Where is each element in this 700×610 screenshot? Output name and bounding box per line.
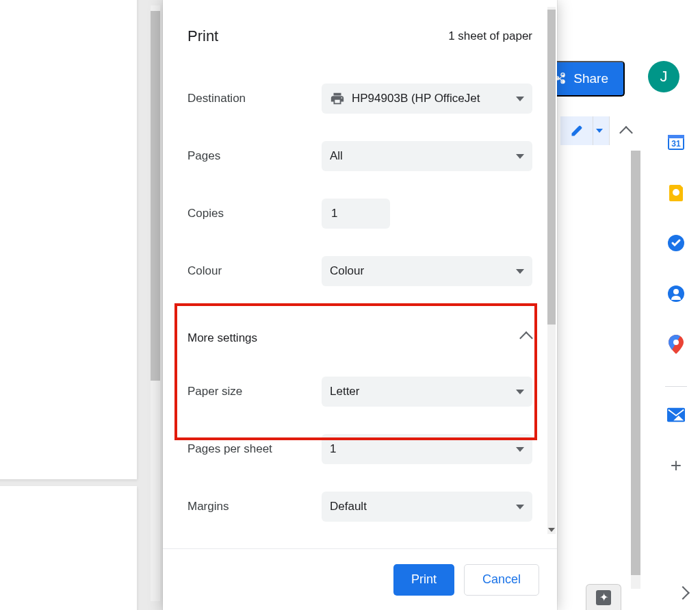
print-button[interactable]: Print bbox=[393, 564, 454, 596]
chevron-up-icon bbox=[519, 331, 533, 345]
pages-select[interactable]: All bbox=[322, 141, 532, 171]
share-label: Share bbox=[573, 71, 608, 86]
explore-icon: ✦ bbox=[596, 590, 611, 605]
maps-icon[interactable] bbox=[667, 335, 685, 353]
side-panel-separator bbox=[665, 386, 687, 387]
avatar[interactable]: J bbox=[648, 61, 679, 92]
print-title: Print bbox=[187, 27, 218, 45]
pages-per-sheet-select[interactable]: 1 bbox=[322, 434, 532, 464]
margins-label: Margins bbox=[187, 500, 311, 513]
sheet-count: 1 sheet of paper bbox=[448, 29, 532, 43]
calendar-icon[interactable]: 31 bbox=[667, 133, 685, 151]
scroll-down-button[interactable] bbox=[547, 526, 556, 534]
preview-page bbox=[0, 0, 137, 479]
pencil-icon bbox=[571, 125, 583, 137]
side-panel: 31 + bbox=[652, 112, 700, 474]
triangle-down-icon bbox=[548, 528, 555, 532]
dropdown-caret-icon bbox=[516, 269, 524, 274]
svg-point-7 bbox=[673, 189, 679, 196]
colour-label: Colour bbox=[187, 264, 311, 278]
mail-addon-icon[interactable] bbox=[667, 406, 685, 424]
collapse-toolbar-button[interactable] bbox=[610, 116, 643, 145]
pages-per-sheet-label: Pages per sheet bbox=[187, 442, 311, 456]
colour-select[interactable]: Colour bbox=[322, 256, 532, 286]
dropdown-caret-icon bbox=[516, 447, 524, 452]
dialog-scrollbar[interactable] bbox=[547, 7, 556, 534]
pages-label: Pages bbox=[187, 149, 311, 163]
copies-input[interactable] bbox=[322, 199, 390, 229]
contacts-icon[interactable] bbox=[667, 285, 685, 303]
dropdown-caret-icon bbox=[516, 154, 524, 159]
avatar-initial: J bbox=[660, 68, 668, 86]
margins-value: Default bbox=[330, 500, 516, 513]
pages-per-sheet-value: 1 bbox=[330, 442, 516, 456]
destination-value: HP94903B (HP OfficeJet bbox=[352, 92, 516, 105]
edit-mode-button[interactable] bbox=[560, 116, 593, 145]
document-scrollbar[interactable] bbox=[631, 151, 640, 589]
margins-select[interactable]: Default bbox=[322, 492, 532, 522]
more-settings-toggle[interactable]: More settings bbox=[187, 314, 532, 363]
tasks-icon[interactable] bbox=[667, 234, 685, 252]
colour-value: Colour bbox=[330, 264, 516, 278]
paper-size-value: Letter bbox=[330, 385, 516, 398]
dropdown-caret-icon bbox=[516, 505, 524, 509]
preview-page bbox=[0, 486, 137, 610]
chevron-up-icon bbox=[619, 126, 633, 140]
print-preview-pane bbox=[0, 0, 163, 610]
svg-point-10 bbox=[673, 289, 679, 294]
add-addon-button[interactable]: + bbox=[667, 457, 685, 474]
svg-text:31: 31 bbox=[671, 139, 681, 149]
dropdown-caret-icon bbox=[516, 390, 524, 394]
dropdown-caret-icon bbox=[516, 97, 524, 101]
dialog-scrollbar-thumb[interactable] bbox=[547, 10, 556, 325]
preview-scrollbar[interactable] bbox=[151, 5, 160, 601]
print-dialog-footer: Print Cancel bbox=[163, 548, 557, 610]
copies-label: Copies bbox=[187, 207, 311, 220]
dropdown-caret-icon bbox=[596, 129, 603, 133]
more-settings-label: More settings bbox=[187, 331, 257, 345]
svg-point-11 bbox=[673, 340, 679, 345]
svg-point-1 bbox=[562, 75, 565, 77]
edit-mode-dropdown[interactable] bbox=[593, 116, 610, 145]
explore-button[interactable]: ✦ bbox=[586, 584, 621, 610]
svg-point-2 bbox=[562, 80, 565, 83]
destination-select[interactable]: HP94903B (HP OfficeJet bbox=[322, 84, 532, 114]
preview-scrollbar-thumb[interactable] bbox=[151, 11, 160, 381]
print-dialog: Print 1 sheet of paper Destination HP949… bbox=[163, 0, 557, 610]
plus-icon: + bbox=[671, 456, 682, 475]
cancel-button[interactable]: Cancel bbox=[464, 564, 539, 596]
pages-value: All bbox=[330, 149, 516, 163]
document-scrollbar-thumb[interactable] bbox=[631, 151, 640, 575]
paper-size-label: Paper size bbox=[187, 385, 311, 398]
show-side-panel-button[interactable] bbox=[678, 588, 688, 598]
destination-label: Destination bbox=[187, 92, 311, 105]
printer-icon bbox=[330, 91, 345, 106]
toolbar-fragment bbox=[560, 116, 643, 145]
paper-size-select[interactable]: Letter bbox=[322, 377, 532, 407]
keep-icon[interactable] bbox=[667, 183, 685, 201]
chevron-right-icon bbox=[676, 586, 690, 600]
